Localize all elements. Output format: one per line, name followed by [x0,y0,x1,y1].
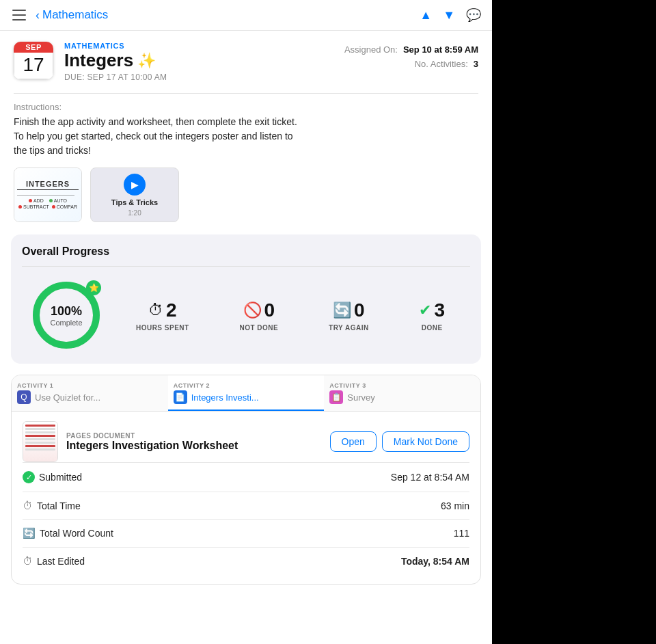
tab2-row: 📄 Integers Investi... [174,390,259,404]
poster-title: INTEGERS [17,180,79,190]
chat-icon[interactable]: 💬 [466,8,481,23]
activities-section: ACTIVITY 1 Q Use Quizlet for... ACTIVITY… [11,375,481,585]
play-button[interactable]: ▶ [124,174,146,196]
survey-icon: 📋 [329,390,343,404]
instructions-text: Finish the app activity and worksheet, t… [14,115,478,158]
progress-section: Overall Progress 100% Complete ⭐ [11,234,481,364]
clock-icon: ⏱ [148,301,163,319]
word-count-value: 111 [454,528,469,539]
last-edited-left: ⏱ Last Edited [23,555,85,567]
tab2-num: ACTIVITY 2 [174,382,210,389]
activity-tabs: ACTIVITY 1 Q Use Quizlet for... ACTIVITY… [12,375,480,412]
nav-bar: ‹ Mathematics ▲ ▼ 💬 [0,0,492,31]
video-title: Tips & Tricks [111,198,158,206]
donut-center: 100% Complete [50,304,82,327]
svg-rect-2 [12,19,26,21]
done-label: DONE [422,324,443,332]
no-activities-label: No. Activities: [415,59,468,69]
total-time-left: ⏱ Total Time [23,500,81,511]
not-done-label: NOT DONE [239,324,278,332]
doc-name: Integers Investigation Worksheet [66,440,322,452]
total-time-row: ⏱ Total Time 63 min [23,492,469,519]
video-card[interactable]: ▶ Tips & Tricks 1:20 [90,167,179,222]
calendar-badge: SEP 17 [14,42,53,79]
assigned-on-row: Assigned On: Sep 10 at 8:59 AM [344,44,478,55]
no-activities-row: No. Activities: 3 [415,59,478,69]
tab1-name: Use Quizlet for... [35,392,100,403]
calendar-month: SEP [14,42,53,53]
doc-type: PAGES DOCUMENT [66,432,322,440]
progress-divider [22,266,470,267]
calendar-day: 17 [14,53,53,79]
tab-activity-3[interactable]: ACTIVITY 3 📋 Survey [324,375,480,411]
doc-row: PAGES DOCUMENT Integers Investigation Wo… [23,421,469,462]
svg-rect-0 [12,10,26,11]
word-count-row: 🔄 Total Word Count 111 [23,519,469,547]
instructions-section: Instructions: Finish the app activity an… [0,94,492,158]
stat-hours: ⏱ 2 HOURS SPENT [136,299,189,332]
instructions-label: Instructions: [14,102,478,112]
attachments-row: INTEGERS ———————————— ADD AUTO SUBTRACT … [0,158,492,232]
submitted-left: ✓ Submitted [23,471,82,483]
sparkle-icon: ✨ [137,52,156,70]
assignment-meta: Assigned On: Sep 10 at 8:59 AM No. Activ… [344,42,478,69]
total-time-value: 63 min [441,500,469,511]
submitted-check-icon: ✓ [23,471,35,483]
due-date: DUE: SEP 17 AT 10:00 AM [64,72,333,82]
assigned-on-value: Sep 10 at 8:59 AM [403,44,478,55]
down-icon[interactable]: ▼ [443,8,455,23]
back-label: Mathematics [42,8,108,22]
integers-poster-thumb[interactable]: INTEGERS ———————————— ADD AUTO SUBTRACT … [14,167,82,222]
stat-not-done: 🚫 0 NOT DONE [239,299,278,332]
sidebar-toggle-icon[interactable] [11,7,27,23]
word-count-icon: 🔄 [23,527,36,539]
back-button[interactable]: ‹ Mathematics [36,8,108,23]
subject-label: MATHEMATICS [64,42,333,50]
last-edited-icon: ⏱ [23,555,33,567]
progress-stats: 100% Complete ⭐ ⏱ 2 HOURS SPENT 🚫 [22,278,470,353]
svg-rect-1 [12,14,26,16]
assignment-title: Integers ✨ [64,50,333,71]
tab-activity-1[interactable]: ACTIVITY 1 Q Use Quizlet for... [12,375,168,411]
donut-chart: 100% Complete ⭐ [29,278,104,353]
total-time-label: Total Time [37,500,81,511]
assigned-on-label: Assigned On: [344,44,398,55]
open-button[interactable]: Open [330,431,377,452]
mark-not-done-button[interactable]: Mark Not Done [382,431,469,452]
submitted-time: Sep 12 at 8:54 AM [391,472,469,483]
quizlet-icon: Q [17,390,31,404]
try-again-icon: 🔄 [333,301,351,319]
hours-label: HOURS SPENT [136,324,189,332]
donut-container: 100% Complete ⭐ [22,278,111,353]
donut-label: Complete [50,319,82,327]
title-text: Integers [64,50,133,71]
star-badge: ⭐ [86,280,101,295]
stat-hours-top: ⏱ 2 [148,299,177,321]
stat-done: ✔ 3 DONE [419,299,445,332]
stat-try-again: 🔄 0 TRY AGAIN [329,299,369,332]
hours-value: 2 [166,299,177,321]
done-icon: ✔ [419,301,431,319]
doc-info: PAGES DOCUMENT Integers Investigation Wo… [66,432,322,452]
tab1-row: Q Use Quizlet for... [17,390,100,404]
tab3-num: ACTIVITY 3 [329,382,366,389]
tab3-name: Survey [347,392,374,403]
poster-line-1: ———————————— [17,192,79,197]
up-icon[interactable]: ▲ [420,8,432,23]
right-panel [492,0,656,644]
pages-icon: 📄 [174,390,187,404]
submitted-row: ✓ Submitted Sep 12 at 8:54 AM [23,462,469,492]
progress-title: Overall Progress [22,245,470,258]
word-count-left: 🔄 Total Word Count [23,527,113,539]
tab1-num: ACTIVITY 1 [17,382,53,389]
done-value: 3 [434,299,445,321]
nav-left: ‹ Mathematics [11,7,108,23]
stats-grid: ⏱ 2 HOURS SPENT 🚫 0 NOT DONE 🔄 0 [111,299,470,332]
stat-done-top: ✔ 3 [419,299,445,321]
no-activities-value: 3 [474,59,478,69]
tab-activity-2[interactable]: ACTIVITY 2 📄 Integers Investi... [168,375,325,411]
doc-thumbnail [23,421,58,462]
last-edited-label: Last Edited [37,556,85,567]
doc-actions: Open Mark Not Done [330,431,469,452]
stat-try-again-top: 🔄 0 [333,299,365,321]
